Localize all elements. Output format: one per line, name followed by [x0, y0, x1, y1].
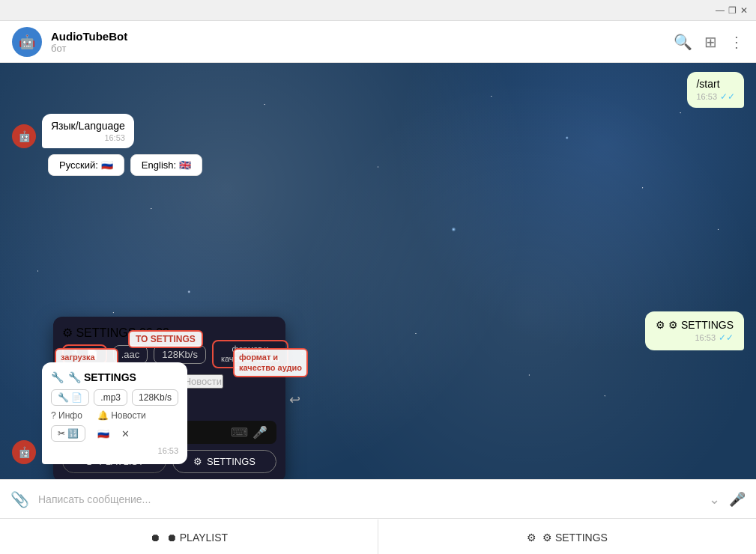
- close-button[interactable]: ✕: [738, 4, 750, 16]
- message-text: Язык/Language: [51, 120, 125, 132]
- english-label: English:: [142, 159, 176, 171]
- attach-icon[interactable]: 📎: [10, 490, 29, 508]
- titlebar: — ❐ ✕: [0, 0, 756, 21]
- columns-button[interactable]: ⊞: [704, 33, 717, 51]
- white-card-title: 🔧 🔧 SETTINGS: [51, 371, 178, 383]
- received-bubble: Язык/Language 16:53: [42, 114, 134, 148]
- avatar: 🤖: [12, 27, 42, 57]
- chevron-down-icon[interactable]: ⌄: [709, 491, 720, 508]
- playlist-circle-icon: ⏺: [150, 532, 160, 544]
- message-text: /start: [696, 78, 735, 90]
- cross-icon: ✕: [121, 428, 130, 439]
- search-button[interactable]: 🔍: [674, 33, 692, 51]
- tool-pill: 🔧 📄: [51, 389, 89, 406]
- settings-action-gear-icon: ⚙: [527, 532, 536, 544]
- checkmark-icon: ✓✓: [719, 332, 734, 343]
- app: 🤖 AudioTubeBot бот 🔍 ⊞ ⋮ /start 16:53 ✓✓…: [0, 21, 756, 554]
- message-row: ⚙ ⚙ SETTINGS 16:53 ✓✓: [12, 311, 744, 350]
- bottom-input-bar: 📎 ⌄ 🎤: [0, 479, 756, 518]
- language-buttons-row: Русский: 🇷🇺 English: 🇬🇧: [12, 154, 744, 176]
- input-right-icons: ⌄ 🎤: [709, 491, 746, 508]
- bot-avatar: 🤖: [12, 124, 36, 148]
- message-input[interactable]: [38, 493, 700, 505]
- header-icons: 🔍 ⊞ ⋮: [674, 33, 744, 51]
- playlist-action-label: ⏺ PLAYLIST: [166, 532, 228, 544]
- sent-settings-bubble: ⚙ ⚙ SETTINGS 16:53 ✓✓: [645, 311, 744, 350]
- english-flag-icon: 🇬🇧: [179, 159, 191, 171]
- action-bar: ⏺ ⏺ PLAYLIST ⚙ ⚙ SETTINGS: [0, 518, 756, 554]
- english-lang-button[interactable]: English: 🇬🇧: [130, 154, 202, 176]
- kbps-pill: 128Kb/s: [132, 389, 178, 406]
- spacer: [12, 188, 744, 311]
- playlist-action-button[interactable]: ⏺ ⏺ PLAYLIST: [0, 519, 378, 554]
- russian-label: Русский:: [59, 159, 98, 171]
- wrench-icon: 🔧: [51, 371, 64, 383]
- settings-text: ⚙ SETTINGS: [668, 319, 734, 331]
- message-row: /start 16:53 ✓✓: [12, 72, 744, 108]
- microphone-icon[interactable]: 🎤: [729, 491, 746, 508]
- white-settings-card: 🔧 🔧 SETTINGS 🔧 📄 .mp3 128Kb/s ? Инфо 🔔 Н…: [42, 362, 187, 464]
- message-row: 🤖 🔧 🔧 SETTINGS 🔧 📄 .mp3 128Kb/s ? Инфо 🔔…: [12, 362, 744, 464]
- bot-avatar-2: 🤖: [12, 440, 36, 464]
- info-news-row: ? Инфо 🔔 Новости: [51, 410, 178, 421]
- chat-title: AudioTubeBot: [51, 30, 674, 43]
- info-link[interactable]: ? Инфо: [51, 410, 82, 421]
- checkmark-icon: ✓✓: [720, 91, 735, 102]
- minimize-button[interactable]: —: [714, 4, 726, 16]
- news-link[interactable]: 🔔 Новости: [97, 410, 146, 421]
- settings-grid: 🔧 📄 .mp3 128Kb/s: [51, 389, 178, 406]
- header-info: AudioTubeBot бот: [51, 30, 674, 54]
- chat-subtitle: бот: [51, 43, 674, 54]
- chat-area: /start 16:53 ✓✓ 🤖 Язык/Language 16:53 Ру…: [0, 63, 756, 479]
- message-row: 🤖 Язык/Language 16:53: [12, 114, 744, 148]
- emoji-row: ✂ 🔢 🇷🇺 ✕: [51, 425, 178, 442]
- settings-gear-icon: ⚙: [656, 319, 665, 331]
- scissors-small-pill: ✂ 🔢: [51, 425, 85, 442]
- mp3-pill: .mp3: [94, 389, 127, 406]
- settings-action-label: ⚙ SETTINGS: [542, 532, 608, 544]
- menu-button[interactable]: ⋮: [729, 33, 744, 51]
- settings-action-button[interactable]: ⚙ ⚙ SETTINGS: [378, 519, 756, 554]
- restore-button[interactable]: ❐: [726, 4, 738, 16]
- settings-title-text: 🔧 SETTINGS: [68, 371, 136, 383]
- russian-lang-button[interactable]: Русский: 🇷🇺: [48, 154, 124, 176]
- sent-bubble: /start 16:53 ✓✓: [687, 72, 744, 108]
- message-time: 16:53: [51, 133, 125, 142]
- sent-settings-time: 16:53 ✓✓: [656, 332, 734, 343]
- russian-flag-icon: 🇷🇺: [101, 159, 113, 171]
- message-time: 16:53 ✓✓: [696, 91, 735, 102]
- chat-header: 🤖 AudioTubeBot бот 🔍 ⊞ ⋮: [0, 21, 756, 63]
- flag-icon: 🇷🇺: [97, 428, 109, 439]
- white-card-time: 16:53: [51, 446, 178, 455]
